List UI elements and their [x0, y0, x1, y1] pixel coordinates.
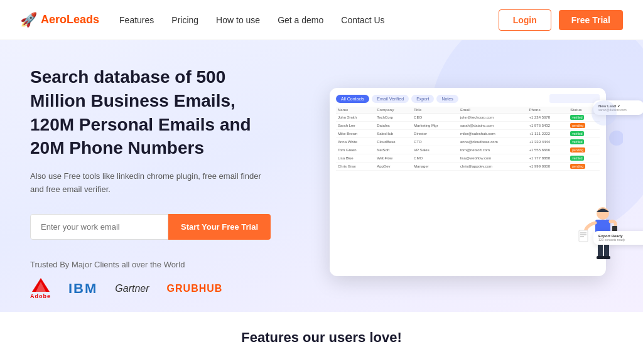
svg-point-13	[592, 100, 617, 126]
logo-icon: 🚀	[20, 12, 37, 28]
email-input[interactable]	[30, 214, 168, 240]
free-trial-button[interactable]: Free Trial	[559, 10, 623, 30]
nav-features[interactable]: Features	[119, 15, 154, 25]
adobe-icon	[32, 278, 50, 292]
login-button[interactable]: Login	[499, 9, 551, 31]
tab-notes[interactable]: Notes	[436, 95, 458, 103]
hero-left: Search database of 500 Million Business …	[30, 65, 319, 299]
email-form: Start Your Free Trial	[30, 214, 319, 240]
hero-section: Search database of 500 Million Business …	[0, 40, 643, 312]
col-title: Title	[412, 107, 458, 114]
nav-pricing[interactable]: Pricing	[171, 15, 198, 25]
trusted-section: Trusted By Major Clients all over the Wo…	[30, 260, 319, 299]
nav-links: Features Pricing How to use Get a demo C…	[119, 15, 499, 25]
adobe-logo: Adobe	[30, 278, 51, 299]
adobe-label: Adobe	[30, 293, 51, 299]
col-company: Company	[375, 107, 412, 114]
tab-email-verified[interactable]: Email Verified	[372, 95, 409, 103]
hero-right: All Contacts Email Verified Export Notes…	[313, 88, 623, 276]
hero-subtitle: Also use Free tools like linkedin chrome…	[30, 170, 269, 196]
start-trial-button[interactable]: Start Your Free Trial	[168, 214, 271, 240]
svg-rect-9	[579, 230, 588, 242]
features-title: Features our users love!	[20, 329, 623, 346]
notification-bubble-2: Export Ready 120 contacts ready	[593, 231, 643, 245]
hero-title: Search database of 500 Million Business …	[30, 65, 281, 160]
tab-all-contacts[interactable]: All Contacts	[336, 95, 369, 103]
gartner-logo: Gartner	[115, 283, 149, 294]
logo-text: AeroLeads	[41, 13, 99, 26]
navbar: 🚀 AeroLeads Features Pricing How to use …	[0, 0, 643, 40]
svg-point-14	[609, 131, 623, 146]
col-name: Name	[336, 107, 375, 114]
grubhub-logo: GRUBHUB	[167, 283, 223, 294]
trusted-text: Trusted By Major Clients all over the Wo…	[30, 260, 319, 269]
features-section: Features our users love!	[0, 312, 643, 363]
tab-export[interactable]: Export	[411, 95, 434, 103]
svg-rect-8	[603, 256, 610, 259]
nav-contact[interactable]: Contact Us	[341, 15, 384, 25]
nav-get-demo[interactable]: Get a demo	[278, 15, 323, 25]
trusted-logos: Adobe IBM Gartner GRUBHUB	[30, 278, 319, 299]
nav-how-to-use[interactable]: How to use	[216, 15, 260, 25]
logo[interactable]: 🚀 AeroLeads	[20, 12, 99, 28]
nav-actions: Login Free Trial	[499, 9, 623, 31]
ibm-logo: IBM	[68, 281, 97, 297]
bg-decoration	[497, 88, 623, 213]
